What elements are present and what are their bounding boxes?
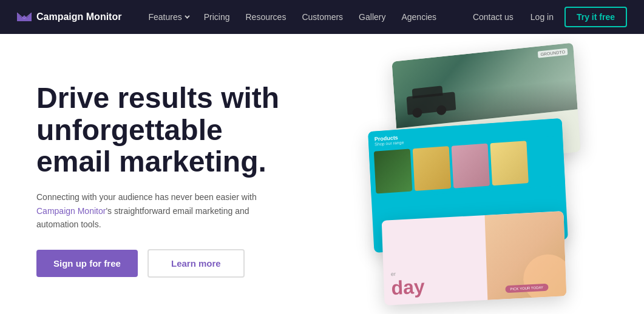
product-item-2 xyxy=(413,146,452,191)
hero-content: Drive results with unforgettable email m… xyxy=(36,82,328,278)
nav-links: Features Pricing Resources Customers Gal… xyxy=(141,8,466,25)
pink-inner: er day PICK YOUR TODAY xyxy=(382,211,567,306)
pink-right: PICK YOUR TODAY xyxy=(485,211,567,300)
nav-resources[interactable]: Resources xyxy=(238,8,293,25)
brand-logo-badge: GROUNDTO xyxy=(538,48,568,58)
nav-agencies[interactable]: Agencies xyxy=(394,8,444,25)
nav-features[interactable]: Features xyxy=(141,8,195,25)
navbar: Campaign Monitor Features Pricing Resour… xyxy=(0,0,644,34)
hero-description: Connecting with your audience has never … xyxy=(36,190,267,231)
hero-buttons: Sign up for free Learn more xyxy=(36,249,328,278)
product-item-3 xyxy=(452,144,490,189)
nav-right: Contact us Log in Try it free xyxy=(467,7,627,27)
signup-button[interactable]: Sign up for free xyxy=(36,250,138,277)
brand-name: Campaign Monitor xyxy=(36,12,121,22)
hero-section: Drive results with unforgettable email m… xyxy=(0,34,644,314)
email-stack: GROUNDTO Your mountain is waiting! Get o… xyxy=(347,40,644,314)
product-item-1 xyxy=(374,149,413,194)
hero-image: GROUNDTO Your mountain is waiting! Get o… xyxy=(347,40,644,314)
try-free-button[interactable]: Try it free xyxy=(564,7,627,27)
logo[interactable]: Campaign Monitor xyxy=(17,12,121,22)
logo-icon xyxy=(17,12,32,22)
hero-title: Drive results with unforgettable email m… xyxy=(36,82,303,178)
pink-day-text: day xyxy=(391,274,480,298)
contact-us-link[interactable]: Contact us xyxy=(467,8,520,25)
nav-gallery[interactable]: Gallery xyxy=(351,8,393,25)
nav-customers[interactable]: Customers xyxy=(294,8,350,25)
product-item-4 xyxy=(490,141,529,185)
chevron-down-icon xyxy=(185,13,189,18)
learn-more-button[interactable]: Learn more xyxy=(147,249,245,278)
login-link[interactable]: Log in xyxy=(524,8,560,25)
pink-left: er day xyxy=(382,215,488,306)
nav-pricing[interactable]: Pricing xyxy=(197,8,237,25)
pink-email-card: er day PICK YOUR TODAY xyxy=(382,211,567,306)
pink-decoration xyxy=(523,253,566,300)
